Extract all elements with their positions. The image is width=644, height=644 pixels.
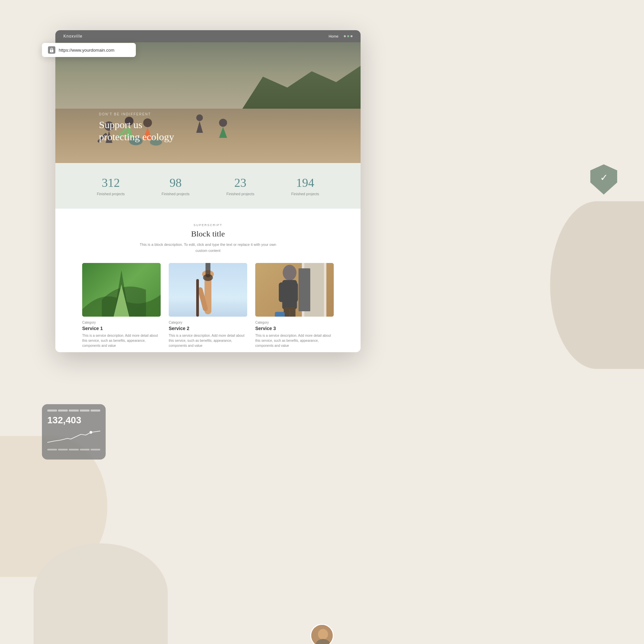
analytics-card: 132,403 [42,404,106,460]
services-header: SUPERSCRIPT Block title This is a block … [82,223,334,254]
stat-number-2: 98 [162,176,190,190]
shield-shape: ✓ [590,164,617,195]
nav-dot-1 [344,35,346,37]
services-title: Block title [82,229,334,238]
hero-title: Support us protecting ecology [99,119,174,143]
nav-dot-3 [351,35,353,37]
svg-point-7 [219,119,227,127]
hero-text: DON'T BE INDIFFERENT Support us protecti… [99,112,174,143]
bottom-bar-segment [58,449,68,450]
services-section: SUPERSCRIPT Block title This is a block … [55,209,361,352]
person-avatar [309,624,335,644]
service-image-1 [82,263,161,317]
bar-segment [47,410,57,412]
bottom-bar-segment [47,449,57,450]
bottom-bar-segment [91,449,100,450]
service-image-2 [169,263,247,317]
nav-dots [344,35,353,37]
bar-segment [80,410,90,412]
hero-section: DON'T BE INDIFFERENT Support us protecti… [55,42,361,163]
service-image-3 [255,263,334,317]
svg-rect-19 [304,263,324,317]
url-bar[interactable]: https://www.yourdomain.com [42,43,136,57]
analytics-chart [47,428,100,447]
analytics-top-bar [47,409,100,412]
stat-number-4: 194 [291,176,319,190]
service-description-3: This is a service description. Add more … [255,333,334,348]
shield-check-icon: ✓ [600,173,608,182]
analytics-number: 132,403 [47,415,100,426]
bar-segment [69,410,78,412]
stat-item-4: 194 Finished projects [273,176,337,196]
service-category-3: Category [255,321,334,324]
svg-point-6 [196,114,203,121]
browser-container: Knoxville Home [55,30,361,352]
url-text: https://www.yourdomain.com [59,48,114,53]
hero-background: DON'T BE INDIFFERENT Support us protecti… [55,42,361,163]
stat-item-3: 23 Finished projects [208,176,273,196]
lock-icon [48,46,55,54]
line-chart [47,428,100,445]
nav-links: Home [329,34,353,38]
service-name-2: Service 2 [169,326,247,331]
service-category-1: Category [82,321,161,324]
bg-shape-bottom-left [34,543,168,644]
stats-section: 312 Finished projects 98 Finished projec… [55,163,361,209]
service-description-1: This is a service description. Add more … [82,333,161,348]
stat-item-2: 98 Finished projects [143,176,208,196]
svg-point-28 [318,629,328,640]
nav-link-home[interactable]: Home [329,34,338,38]
stat-label-4: Finished projects [291,192,319,196]
nav-bar: Knoxville Home [55,30,361,42]
bottom-bar-segment [80,449,90,450]
service-name-3: Service 3 [255,326,334,331]
hero-scene [55,42,361,163]
nav-logo: Knoxville [63,34,83,39]
stat-number-3: 23 [226,176,254,190]
svg-rect-25 [289,307,296,317]
bg-shape-right [550,201,644,369]
service-card-1: Category Service 1 This is a service des… [82,263,161,348]
svg-point-16 [203,274,213,281]
hero-superscript: DON'T BE INDIFFERENT [99,112,174,116]
services-superscript: SUPERSCRIPT [82,223,334,227]
nav-dot-active [347,35,349,37]
service-card-2: Category Service 2 This is a service des… [169,263,247,348]
stat-label-1: Finished projects [97,192,125,196]
svg-point-2 [90,431,92,434]
analytics-bottom-bars [47,449,100,450]
svg-point-1 [51,51,52,51]
stat-number-1: 312 [97,176,125,190]
avatar-circle [310,624,334,644]
stat-item-1: 312 Finished projects [78,176,143,196]
bottom-bar-segment [69,449,78,450]
shield-badge: ✓ [590,164,617,195]
stat-label-3: Finished projects [226,192,254,196]
service-card-3: Category Service 3 This is a service des… [255,263,334,348]
bar-segment [58,410,68,412]
service-description-2: This is a service description. Add more … [169,333,247,348]
stat-label-2: Finished projects [162,192,190,196]
svg-rect-22 [279,282,285,302]
svg-point-20 [283,265,297,281]
services-grid: Category Service 1 This is a service des… [82,263,334,348]
service-name-1: Service 1 [82,326,161,331]
svg-rect-26 [275,312,285,317]
bar-segment [91,410,100,412]
browser-frame: Knoxville Home [55,30,361,352]
svg-rect-23 [292,282,298,302]
services-description: This is a block description. To edit, cl… [82,242,334,254]
service-category-2: Category [169,321,247,324]
